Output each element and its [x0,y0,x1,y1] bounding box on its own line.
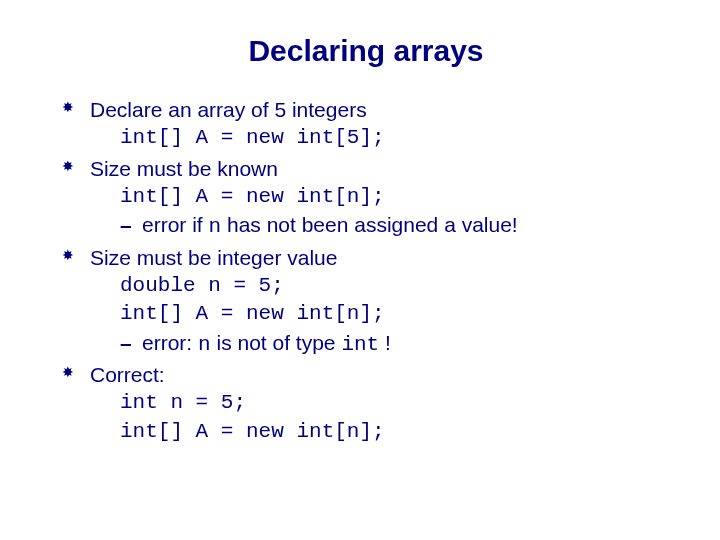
bullet-4-code-2: int[] A = new int[n]; [90,418,672,446]
bullet-1-text: Declare an array of 5 integers [90,98,367,121]
bullet-2-sub-post: has not been assigned a value! [221,213,518,236]
bullet-1: Declare an array of 5 integers int[] A =… [60,96,672,153]
bullet-2-sub: error if n has not been assigned a value… [90,211,672,241]
bullet-3-text: Size must be integer value [90,246,337,269]
bullet-4: Correct: int n = 5; int[] A = new int[n]… [60,361,672,446]
bullet-1-code: int[] A = new int[5]; [90,124,672,152]
bullet-3-sub-code-1: n [198,333,211,356]
bullet-3-sub-mid: is not of type [211,331,342,354]
bullet-3-code-2: int[] A = new int[n]; [90,300,672,328]
bullet-2-text: Size must be known [90,157,278,180]
slide-title: Declaring arrays [60,34,672,68]
bullet-2-sub-code: n [209,215,222,238]
bullet-3-code-1: double n = 5; [90,272,672,300]
bullet-2: Size must be known int[] A = new int[n];… [60,155,672,242]
bullet-3-sub-post: ! [379,331,391,354]
bullet-3-sub-code-2: int [341,333,379,356]
bullet-2-sub-pre: error if [142,213,209,236]
bullet-list: Declare an array of 5 integers int[] A =… [60,96,672,446]
bullet-4-code-1: int n = 5; [90,389,672,417]
bullet-3-sub-pre: error: [142,331,198,354]
bullet-2-code: int[] A = new int[n]; [90,183,672,211]
bullet-3: Size must be integer value double n = 5;… [60,244,672,359]
bullet-3-sub: error: n is not of type int ! [90,329,672,359]
bullet-4-text: Correct: [90,363,165,386]
